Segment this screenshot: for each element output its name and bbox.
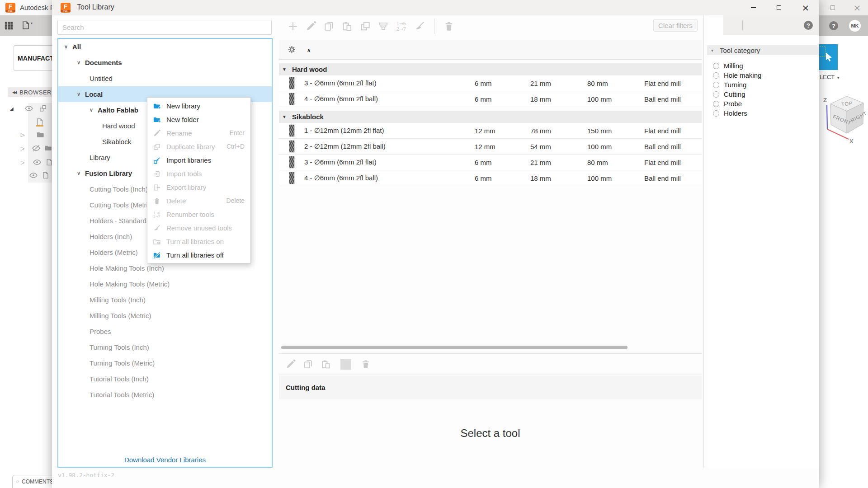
browser-row-visible[interactable]: ▷ [21,157,53,168]
column-header[interactable] [304,46,425,53]
3 - ∅6mm (6mm 2fl flat)[interactable]: 3 - ∅6mm (6mm 2fl flat) 6 mm 21 mm 80 mm… [279,75,702,91]
context-menu-item[interactable]: Delete Delete [147,194,250,207]
visibility-eye-icon[interactable] [33,158,42,167]
chevron-down-icon[interactable]: ∨ [77,91,85,97]
category-option[interactable]: Milling [707,61,819,70]
chevron-down-icon[interactable]: ∨ [90,107,98,113]
delete-preset-button[interactable] [360,359,371,370]
1 - ∅12mm (12mm 2fl flat)[interactable]: 1 - ∅12mm (12mm 2fl flat) 12 mm 78 mm 15… [279,123,702,139]
radio-icon[interactable] [713,101,719,107]
preset-toolbar-button[interactable] [340,359,351,370]
browser-row-folder[interactable]: ▷ [21,129,45,140]
visibility-eye-off-icon[interactable] [32,144,41,153]
tree-item[interactable]: Tutorial Tools (Metric) [58,387,272,403]
close-window-button[interactable]: × [795,0,816,15]
edit-tool-button[interactable] [305,20,317,32]
chevron-down-icon[interactable]: ∨ [64,44,72,50]
4 - ∅6mm (6mm 2fl ball)[interactable]: 4 - ∅6mm (6mm 2fl ball) 6 mm 18 mm 100 m… [279,170,702,186]
context-menu-item[interactable]: Renumber tools [147,207,250,221]
horizontal-scrollbar[interactable] [281,346,627,349]
context-menu-item[interactable]: Export library [147,180,250,194]
tree-item[interactable]: Probes [58,324,272,339]
tree-item[interactable]: Turning Tools (Metric) [58,355,272,371]
tree-item[interactable]: Tutorial Tools (Inch) [58,371,272,387]
visibility-eye-icon[interactable] [29,171,38,180]
collapsed-triangle-icon[interactable]: ▷ [21,132,24,138]
copy-tool-button[interactable] [323,20,335,32]
browser-row-docicon[interactable] [35,117,44,127]
toolbar-button[interactable] [434,19,434,34]
paste-preset-button[interactable] [321,359,331,370]
app-maximize-button[interactable] [824,0,842,15]
maximize-button[interactable] [769,0,789,15]
select-tool-label[interactable]: LECT▼ [820,74,840,80]
app-help-icon[interactable]: ? [829,21,838,30]
category-option[interactable]: Probe [707,99,819,108]
tab[interactable] [723,15,740,35]
tree-item[interactable]: Milling Tools (Metric) [58,308,272,324]
new-holder-button[interactable] [377,20,389,32]
edit-preset-button[interactable] [285,359,296,370]
context-menu-item[interactable]: New library [147,99,250,113]
context-menu-item[interactable]: Remove unused tools [147,221,250,235]
context-menu-item[interactable]: Turn all libraries off [147,248,250,262]
app-close-button[interactable]: × [848,0,866,15]
copy-preset-button[interactable] [303,359,314,370]
4 - ∅6mm (6mm 2fl ball)[interactable]: 4 - ∅6mm (6mm 2fl ball) 6 mm 18 mm 100 m… [279,91,702,107]
category-option[interactable]: Hole making [707,70,819,80]
category-option[interactable]: Holders [707,108,819,118]
column-settings-gear-icon[interactable] [279,45,304,54]
browser-row-document[interactable]: ◢ [10,103,48,114]
tree-item[interactable]: ∨ Documents [58,55,272,70]
tree-item[interactable]: Milling Tools (Inch) [58,292,272,308]
tree-item[interactable]: Hole Making Tools (Metric) [58,276,272,292]
minimize-button[interactable] [743,0,764,15]
remove-unused-tools-button[interactable] [414,20,425,32]
category-option[interactable]: Cutting [707,89,819,99]
select-tool-button[interactable] [819,44,838,70]
avatar[interactable]: MK [849,20,861,32]
context-menu-item[interactable]: Import libraries [147,153,250,167]
group-header[interactable]: ▼ Sikablock [279,111,702,123]
2 - ∅12mm (12mm 2fl ball)[interactable]: 2 - ∅12mm (12mm 2fl ball) 12 mm 54 mm 10… [279,139,702,155]
category-option[interactable]: Turning [707,80,819,89]
radio-icon[interactable] [713,63,719,69]
browser-panel-header[interactable]: ◀◀BROWSER [8,87,52,97]
radio-icon[interactable] [713,72,719,79]
3 - ∅6mm (6mm 2fl flat)[interactable]: 3 - ∅6mm (6mm 2fl flat) 6 mm 21 mm 80 mm… [279,155,702,170]
context-menu-item[interactable]: Import tools [147,167,250,180]
tool-category-section[interactable]: ▾ Tool category [707,45,819,55]
comments-tab[interactable]: COMMENTS [12,475,54,488]
download-vendor-libraries-link[interactable]: Download Vendor Libraries [124,456,206,464]
clear-filters-button[interactable]: Clear filters [653,19,698,32]
chevron-down-icon[interactable]: ∨ [77,170,85,176]
visibility-eye-icon[interactable] [24,104,33,113]
duplicate-tool-button[interactable] [359,20,371,32]
context-menu-item[interactable]: Rename Enter [147,126,250,140]
add-tool-button[interactable] [287,20,299,32]
tab[interactable] [707,15,723,35]
paste-tool-button[interactable] [341,20,353,32]
help-icon[interactable]: ? [804,21,813,30]
browser-row-hidden[interactable]: ▷ [21,143,52,154]
collapsed-triangle-icon[interactable]: ▷ [21,145,24,151]
radio-icon[interactable] [713,82,719,88]
group-header[interactable]: ▼ Hard wood [279,63,702,75]
renumber-tools-button[interactable] [396,20,407,32]
search-input[interactable] [57,20,272,35]
radio-icon[interactable] [713,91,719,98]
radio-icon[interactable] [713,110,719,117]
delete-tool-button[interactable] [443,20,455,32]
view-cube[interactable]: TOP FRONT RIGHT Z X [821,90,868,144]
browser-row-visible[interactable] [29,170,50,181]
chevron-down-icon[interactable]: ∨ [77,60,85,66]
file-icon[interactable]: ▾ [21,20,33,30]
tree-item[interactable]: Untitled [58,70,272,86]
app-grid-icon[interactable] [4,20,14,31]
context-menu-item[interactable]: New folder [147,113,250,126]
tree-item[interactable]: ∨ All [58,39,272,55]
collapsed-triangle-icon[interactable]: ▷ [21,160,24,165]
context-menu-item[interactable]: Duplicate library Ctrl+D [147,140,250,153]
tree-item[interactable]: Turning Tools (Inch) [58,339,272,355]
context-menu-item[interactable]: Turn all libraries on [147,235,250,248]
